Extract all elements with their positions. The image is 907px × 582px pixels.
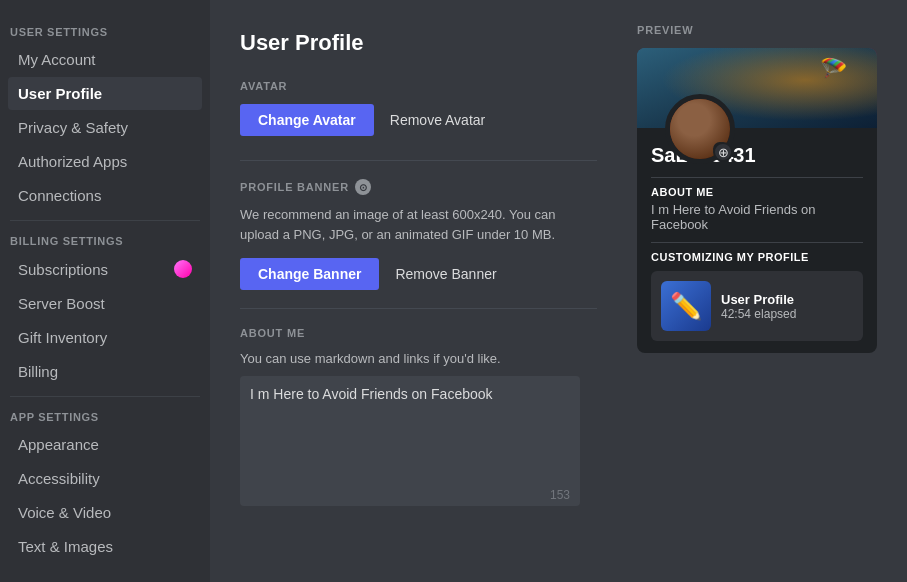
activity-card: ✏️ User Profile 42:54 elapsed xyxy=(651,271,863,341)
activity-info: User Profile 42:54 elapsed xyxy=(721,292,796,321)
about-me-textarea-wrapper: I m Here to Avoid Friends on Facebook 15… xyxy=(240,376,580,510)
main-content: User Profile AVATAR Change Avatar Remove… xyxy=(210,0,627,582)
sidebar-item-label: Appearance xyxy=(18,436,99,453)
preview-label: PREVIEW xyxy=(637,24,887,36)
sidebar-item-label: Authorized Apps xyxy=(18,153,127,170)
profile-card: 🪂 ⊕ SaLu#5431 ABOUT ME I m Here to Avoid… xyxy=(637,48,877,353)
avatar-divider xyxy=(240,160,597,161)
about-me-textarea[interactable]: I m Here to Avoid Friends on Facebook xyxy=(240,376,580,506)
sidebar-item-accessibility[interactable]: Accessibility xyxy=(8,462,202,495)
sidebar-item-label: Gift Inventory xyxy=(18,329,107,346)
remove-avatar-button[interactable]: Remove Avatar xyxy=(386,104,489,136)
char-count: 153 xyxy=(550,488,570,502)
banner-label: PROFILE BANNER xyxy=(240,181,349,193)
change-banner-button[interactable]: Change Banner xyxy=(240,258,379,290)
parachute-icon: 🪂 xyxy=(820,56,847,82)
change-avatar-button[interactable]: Change Avatar xyxy=(240,104,374,136)
avatar-section: AVATAR Change Avatar Remove Avatar xyxy=(240,80,597,136)
sidebar-item-server-boost[interactable]: Server Boost xyxy=(8,287,202,320)
about-me-section: ABOUT ME You can use markdown and links … xyxy=(240,327,597,510)
activity-name: User Profile xyxy=(721,292,796,307)
avatar-add-icon: ⊕ xyxy=(713,142,733,162)
sidebar-item-my-account[interactable]: My Account xyxy=(8,43,202,76)
avatar-area: ⊕ xyxy=(651,94,877,134)
profile-avatar-wrapper: ⊕ xyxy=(665,94,735,164)
banner-label-row: PROFILE BANNER ⊙ xyxy=(240,179,597,195)
sidebar-item-appearance[interactable]: Appearance xyxy=(8,428,202,461)
sidebar-item-label: Connections xyxy=(18,187,101,204)
banner-divider xyxy=(240,308,597,309)
user-settings-label: USER SETTINGS xyxy=(0,20,210,42)
sidebar-item-subscriptions[interactable]: Subscriptions xyxy=(8,252,202,286)
sidebar-item-authorized-apps[interactable]: Authorized Apps xyxy=(8,145,202,178)
sidebar-item-privacy-safety[interactable]: Privacy & Safety xyxy=(8,111,202,144)
activity-icon: ✏️ xyxy=(661,281,711,331)
banner-info-icon: ⊙ xyxy=(355,179,371,195)
subscriptions-badge xyxy=(174,260,192,278)
sidebar-item-label: Subscriptions xyxy=(18,261,108,278)
sidebar-item-label: Text & Images xyxy=(18,538,113,555)
sidebar-item-label: My Account xyxy=(18,51,96,68)
billing-settings-label: BILLING SETTINGS xyxy=(0,229,210,251)
banner-hint: We recommend an image of at least 600x24… xyxy=(240,205,597,244)
preview-about-me-label: ABOUT ME xyxy=(651,186,863,198)
sidebar-item-label: User Profile xyxy=(18,85,102,102)
sidebar-item-text-images[interactable]: Text & Images xyxy=(8,530,202,563)
profile-info: SaLu#5431 ABOUT ME I m Here to Avoid Fri… xyxy=(637,134,877,341)
preview-panel: PREVIEW 🪂 ⊕ SaLu#5431 ABOUT ME I m Here … xyxy=(627,0,907,582)
sidebar-item-billing[interactable]: Billing xyxy=(8,355,202,388)
sidebar: USER SETTINGS My Account User Profile Pr… xyxy=(0,0,210,582)
sidebar-item-label: Billing xyxy=(18,363,58,380)
preview-about-me-text: I m Here to Avoid Friends on Facebook xyxy=(651,202,863,232)
sidebar-item-label: Voice & Video xyxy=(18,504,111,521)
sidebar-divider-2 xyxy=(10,396,200,397)
avatar-label: AVATAR xyxy=(240,80,597,92)
profile-info-divider-2 xyxy=(651,242,863,243)
sidebar-item-connections[interactable]: Connections xyxy=(8,179,202,212)
profile-info-divider-1 xyxy=(651,177,863,178)
app-settings-label: APP SETTINGS xyxy=(0,405,210,427)
profile-banner-section: PROFILE BANNER ⊙ We recommend an image o… xyxy=(240,179,597,290)
about-me-hint: You can use markdown and links if you'd … xyxy=(240,351,597,366)
sidebar-divider-1 xyxy=(10,220,200,221)
activity-icon-emoji: ✏️ xyxy=(670,291,702,322)
sidebar-item-gift-inventory[interactable]: Gift Inventory xyxy=(8,321,202,354)
sidebar-item-label: Server Boost xyxy=(18,295,105,312)
customizing-label: CUSTOMIZING MY PROFILE xyxy=(651,251,863,263)
about-me-label: ABOUT ME xyxy=(240,327,597,339)
sidebar-item-user-profile[interactable]: User Profile xyxy=(8,77,202,110)
sidebar-item-label: Privacy & Safety xyxy=(18,119,128,136)
sidebar-item-voice-video[interactable]: Voice & Video xyxy=(8,496,202,529)
sidebar-item-label: Accessibility xyxy=(18,470,100,487)
avatar-btn-row: Change Avatar Remove Avatar xyxy=(240,104,597,136)
banner-btn-row: Change Banner Remove Banner xyxy=(240,258,597,290)
page-title: User Profile xyxy=(240,30,597,56)
activity-elapsed: 42:54 elapsed xyxy=(721,307,796,321)
remove-banner-button[interactable]: Remove Banner xyxy=(391,258,500,290)
